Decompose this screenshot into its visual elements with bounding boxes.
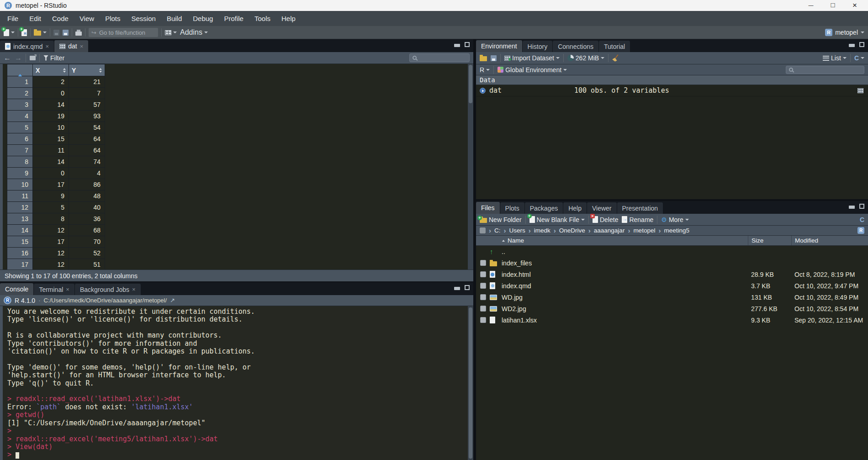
open-file-button[interactable] [34,29,47,36]
column-header-y[interactable]: Y [69,64,105,76]
close-icon[interactable]: × [80,43,84,49]
console-tab-terminal[interactable]: Terminal× [34,284,74,295]
column-header-name[interactable]: Name [476,236,748,245]
menu-item-build[interactable]: Build [161,11,187,26]
scope-selector[interactable]: Global Environment [498,66,567,74]
file-checkbox[interactable] [480,306,486,312]
menu-item-help[interactable]: Help [276,11,301,26]
menu-item-session[interactable]: Session [126,11,161,26]
environment-tab-tutorial[interactable]: Tutorial [599,41,630,52]
save-button[interactable] [53,30,59,36]
project-menu-button[interactable]: R metopel [825,29,864,36]
data-search-input[interactable] [409,53,470,62]
addins-button[interactable]: Addins [180,28,208,37]
language-selector[interactable]: R [480,66,490,74]
environment-object-row[interactable]: dat100 obs. of 2 variables [476,85,868,96]
maximize-pane-icon[interactable] [859,204,864,209]
environment-tab-connections[interactable]: Connections [553,41,598,52]
expand-object-icon[interactable] [480,88,486,94]
file-checkbox[interactable] [480,271,486,277]
environment-search-input[interactable] [786,66,864,74]
menu-item-file[interactable]: File [2,11,24,26]
scrollbar-thumb[interactable] [469,307,472,459]
environment-tab-environment[interactable]: Environment [476,40,522,52]
file-row-[interactable]: ↑.. [476,246,868,257]
minimize-pane-icon[interactable] [849,206,855,209]
close-icon[interactable]: × [46,43,49,49]
close-icon[interactable]: × [66,286,69,292]
file-checkbox[interactable] [480,294,486,300]
menu-item-code[interactable]: Code [47,11,74,26]
more-button[interactable]: ⚙ More [661,216,688,223]
maximize-pane-icon[interactable] [859,42,864,47]
file-name[interactable]: WD.jpg [502,294,748,301]
minimize-pane-icon[interactable] [454,44,460,47]
save-workspace-icon[interactable] [491,55,497,61]
import-dataset-button[interactable]: Import Dataset [504,54,560,62]
new-folder-button[interactable]: New Folder [480,216,522,223]
file-name[interactable]: index_files [502,259,748,267]
close-icon[interactable]: × [132,286,136,292]
file-row-index-qmd[interactable]: index.qmd3.7 KBOct 10, 2022, 9:47 PM [476,280,868,291]
print-button[interactable] [75,29,82,36]
files-tab-packages[interactable]: Packages [525,202,563,214]
breadcrumb-segment-meeting5[interactable]: meeting5 [664,227,689,234]
menu-item-debug[interactable]: Debug [187,11,218,26]
file-row-index-html[interactable]: index.html28.9 KBOct 8, 2022, 8:19 PM [476,269,868,280]
file-row-index-files[interactable]: index_files [476,257,868,269]
file-name[interactable]: index.html [502,271,748,278]
files-tab-plots[interactable]: Plots [500,202,524,214]
maximize-pane-icon[interactable] [465,42,470,47]
back-icon[interactable]: ← [4,54,11,62]
files-tab-viewer[interactable]: Viewer [587,202,617,214]
file-row-latihan1-xlsx[interactable]: latihan1.xlsx9.3 KBSep 20, 2022, 12:15 A… [476,314,868,326]
file-checkbox[interactable] [480,260,486,266]
new-project-button[interactable] [21,29,27,36]
environment-tab-history[interactable]: History [523,41,553,52]
console-tab-console[interactable]: Console [0,283,33,295]
panes-layout-button[interactable] [165,30,177,35]
minimize-button[interactable] [808,1,814,10]
column-header-size[interactable]: Size [748,236,791,245]
list-view-button[interactable]: List [823,54,847,62]
breadcrumb-segment-aaaangajar[interactable]: aaaangajar [594,227,625,234]
table-scrollbar[interactable] [468,64,473,270]
breadcrumb-segment-imedk[interactable]: imedk [534,227,550,234]
menu-item-plots[interactable]: Plots [100,11,126,26]
breadcrumb-segment-users[interactable]: Users [509,227,525,234]
breadcrumb-segment-metopel[interactable]: metopel [633,227,655,234]
files-tab-help[interactable]: Help [563,202,587,214]
file-name[interactable]: latihan1.xlsx [502,317,748,324]
forward-icon[interactable]: → [15,54,22,62]
console-scrollbar[interactable] [468,306,473,460]
minimize-pane-icon[interactable] [454,287,460,290]
clear-objects-icon[interactable] [612,55,619,62]
save-all-button[interactable] [63,30,69,36]
new-file-button[interactable] [4,29,15,36]
view-data-icon[interactable] [857,88,863,93]
source-tab-index-qmd[interactable]: index.qmd× [0,41,54,52]
popout-icon[interactable] [30,56,36,60]
source-tab-dat[interactable]: dat× [54,40,88,52]
minimize-pane-icon[interactable] [849,44,855,47]
scrollbar-thumb[interactable] [469,65,472,103]
menu-item-view[interactable]: View [74,11,100,26]
column-header-x[interactable]: X [33,64,69,76]
refresh-files-button[interactable]: C [860,217,864,223]
file-name[interactable]: WD2.jpg [502,305,748,312]
column-header-modified[interactable]: Modified [791,236,868,245]
close-button[interactable] [852,1,858,10]
console-tab-background-jobs[interactable]: Background Jobs× [75,284,141,295]
file-checkbox[interactable] [480,283,486,289]
file-name[interactable]: .. [502,248,748,255]
maximize-button[interactable] [830,1,836,10]
filter-button[interactable]: Filter [43,54,64,62]
r-project-icon[interactable]: R [857,227,864,234]
refresh-button[interactable]: C [854,55,864,61]
breadcrumb-segment-onedrive[interactable]: OneDrive [559,227,585,234]
goto-file-input[interactable]: ↪ Go to file/function [89,28,158,37]
row-number-header[interactable] [7,64,33,76]
select-all-checkbox[interactable] [480,227,486,233]
new-blank-file-button[interactable]: New Blank File [529,216,585,223]
maximize-pane-icon[interactable] [465,285,470,290]
